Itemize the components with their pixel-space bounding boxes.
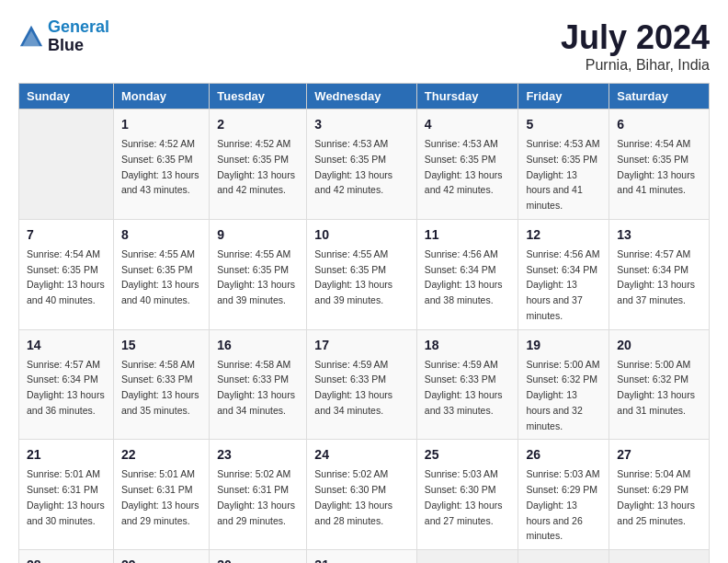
- day-info: Sunrise: 4:53 AMSunset: 6:35 PMDaylight:…: [526, 138, 599, 211]
- day-cell: 2Sunrise: 4:52 AMSunset: 6:35 PMDaylight…: [210, 109, 307, 220]
- day-number: 15: [121, 336, 201, 355]
- day-info: Sunrise: 4:54 AMSunset: 6:35 PMDaylight:…: [617, 138, 695, 195]
- week-row-2: 7Sunrise: 4:54 AMSunset: 6:35 PMDaylight…: [19, 219, 710, 329]
- title-block: July 2024 Purnia, Bihar, India: [561, 18, 710, 74]
- day-info: Sunrise: 4:55 AMSunset: 6:35 PMDaylight:…: [217, 248, 295, 305]
- day-cell: 29Sunrise: 5:05 AMSunset: 6:28 PMDayligh…: [113, 550, 209, 564]
- week-row-4: 21Sunrise: 5:01 AMSunset: 6:31 PMDayligh…: [19, 440, 710, 550]
- day-number: 28: [27, 556, 106, 563]
- day-cell: 8Sunrise: 4:55 AMSunset: 6:35 PMDaylight…: [113, 219, 209, 329]
- day-number: 2: [217, 115, 299, 134]
- day-cell: 6Sunrise: 4:54 AMSunset: 6:35 PMDaylight…: [609, 109, 710, 220]
- day-number: 19: [526, 336, 601, 355]
- day-cell: [518, 550, 609, 564]
- subtitle: Purnia, Bihar, India: [561, 57, 710, 74]
- header-saturday: Saturday: [609, 84, 710, 109]
- day-cell: [609, 550, 710, 564]
- week-row-5: 28Sunrise: 5:04 AMSunset: 6:28 PMDayligh…: [19, 550, 710, 564]
- day-number: 25: [425, 445, 511, 465]
- day-number: 16: [217, 336, 299, 355]
- day-cell: 22Sunrise: 5:01 AMSunset: 6:31 PMDayligh…: [113, 440, 209, 550]
- week-row-3: 14Sunrise: 4:57 AMSunset: 6:34 PMDayligh…: [19, 329, 710, 440]
- day-info: Sunrise: 5:00 AMSunset: 6:32 PMDaylight:…: [617, 359, 695, 416]
- day-number: 13: [617, 225, 701, 245]
- day-number: 27: [617, 445, 701, 465]
- day-number: 12: [526, 225, 601, 245]
- day-info: Sunrise: 5:03 AMSunset: 6:30 PMDaylight:…: [425, 468, 503, 525]
- day-cell: [416, 550, 518, 564]
- day-cell: 19Sunrise: 5:00 AMSunset: 6:32 PMDayligh…: [518, 329, 609, 440]
- calendar-header-row: SundayMondayTuesdayWednesdayThursdayFrid…: [19, 84, 710, 109]
- day-info: Sunrise: 5:03 AMSunset: 6:29 PMDaylight:…: [526, 468, 599, 541]
- day-cell: 24Sunrise: 5:02 AMSunset: 6:30 PMDayligh…: [307, 440, 417, 550]
- day-info: Sunrise: 4:53 AMSunset: 6:35 PMDaylight:…: [425, 138, 503, 195]
- day-info: Sunrise: 4:53 AMSunset: 6:35 PMDaylight:…: [314, 138, 392, 195]
- day-cell: 7Sunrise: 4:54 AMSunset: 6:35 PMDaylight…: [19, 219, 114, 329]
- day-number: 8: [121, 225, 201, 245]
- day-info: Sunrise: 4:55 AMSunset: 6:35 PMDaylight:…: [121, 248, 199, 305]
- logo: General Blue: [18, 18, 109, 55]
- week-row-1: 1Sunrise: 4:52 AMSunset: 6:35 PMDaylight…: [19, 109, 710, 220]
- day-cell: 9Sunrise: 4:55 AMSunset: 6:35 PMDaylight…: [210, 219, 307, 329]
- day-cell: 23Sunrise: 5:02 AMSunset: 6:31 PMDayligh…: [210, 440, 307, 550]
- day-info: Sunrise: 4:57 AMSunset: 6:34 PMDaylight:…: [27, 359, 105, 416]
- header-monday: Monday: [113, 84, 209, 109]
- day-cell: 18Sunrise: 4:59 AMSunset: 6:33 PMDayligh…: [416, 329, 518, 440]
- day-number: 1: [121, 115, 201, 134]
- day-cell: [19, 109, 114, 220]
- header-friday: Friday: [518, 84, 609, 109]
- day-number: 9: [217, 225, 299, 245]
- day-cell: 1Sunrise: 4:52 AMSunset: 6:35 PMDaylight…: [113, 109, 209, 220]
- day-number: 26: [526, 445, 601, 465]
- day-number: 4: [425, 115, 511, 134]
- day-cell: 27Sunrise: 5:04 AMSunset: 6:29 PMDayligh…: [609, 440, 710, 550]
- logo-icon: [18, 24, 44, 50]
- day-number: 14: [27, 336, 106, 355]
- day-cell: 25Sunrise: 5:03 AMSunset: 6:30 PMDayligh…: [416, 440, 518, 550]
- day-cell: 17Sunrise: 4:59 AMSunset: 6:33 PMDayligh…: [307, 329, 417, 440]
- day-info: Sunrise: 4:58 AMSunset: 6:33 PMDaylight:…: [217, 359, 295, 416]
- day-cell: 14Sunrise: 4:57 AMSunset: 6:34 PMDayligh…: [19, 329, 114, 440]
- day-number: 20: [617, 336, 701, 355]
- day-cell: 12Sunrise: 4:56 AMSunset: 6:34 PMDayligh…: [518, 219, 609, 329]
- day-number: 17: [314, 336, 409, 355]
- day-cell: 15Sunrise: 4:58 AMSunset: 6:33 PMDayligh…: [113, 329, 209, 440]
- day-cell: 21Sunrise: 5:01 AMSunset: 6:31 PMDayligh…: [19, 440, 114, 550]
- header-wednesday: Wednesday: [307, 84, 417, 109]
- day-number: 30: [217, 556, 299, 563]
- day-number: 11: [425, 225, 511, 245]
- day-number: 29: [121, 556, 201, 563]
- day-info: Sunrise: 4:55 AMSunset: 6:35 PMDaylight:…: [314, 248, 392, 305]
- day-cell: 3Sunrise: 4:53 AMSunset: 6:35 PMDaylight…: [307, 109, 417, 220]
- main-title: July 2024: [561, 18, 710, 57]
- day-info: Sunrise: 5:02 AMSunset: 6:30 PMDaylight:…: [314, 468, 392, 525]
- page-header: General Blue July 2024 Purnia, Bihar, In…: [18, 18, 710, 74]
- day-info: Sunrise: 4:52 AMSunset: 6:35 PMDaylight:…: [121, 138, 199, 195]
- day-number: 21: [27, 445, 106, 465]
- day-number: 5: [526, 115, 601, 134]
- calendar-table: SundayMondayTuesdayWednesdayThursdayFrid…: [18, 83, 710, 563]
- day-info: Sunrise: 4:59 AMSunset: 6:33 PMDaylight:…: [314, 359, 392, 416]
- day-info: Sunrise: 4:58 AMSunset: 6:33 PMDaylight:…: [121, 359, 199, 416]
- day-info: Sunrise: 5:01 AMSunset: 6:31 PMDaylight:…: [27, 468, 105, 525]
- day-info: Sunrise: 4:57 AMSunset: 6:34 PMDaylight:…: [617, 248, 695, 305]
- day-info: Sunrise: 5:01 AMSunset: 6:31 PMDaylight:…: [121, 468, 199, 525]
- day-cell: 16Sunrise: 4:58 AMSunset: 6:33 PMDayligh…: [210, 329, 307, 440]
- day-info: Sunrise: 4:59 AMSunset: 6:33 PMDaylight:…: [425, 359, 503, 416]
- day-number: 10: [314, 225, 409, 245]
- day-number: 3: [314, 115, 409, 134]
- day-cell: 30Sunrise: 5:05 AMSunset: 6:27 PMDayligh…: [210, 550, 307, 564]
- day-cell: 20Sunrise: 5:00 AMSunset: 6:32 PMDayligh…: [609, 329, 710, 440]
- day-number: 23: [217, 445, 299, 465]
- day-cell: 31Sunrise: 5:06 AMSunset: 6:26 PMDayligh…: [307, 550, 417, 564]
- day-number: 22: [121, 445, 201, 465]
- day-number: 7: [27, 225, 106, 245]
- day-cell: 13Sunrise: 4:57 AMSunset: 6:34 PMDayligh…: [609, 219, 710, 329]
- day-info: Sunrise: 4:56 AMSunset: 6:34 PMDaylight:…: [526, 248, 599, 321]
- day-cell: 4Sunrise: 4:53 AMSunset: 6:35 PMDaylight…: [416, 109, 518, 220]
- day-info: Sunrise: 4:52 AMSunset: 6:35 PMDaylight:…: [217, 138, 295, 195]
- header-sunday: Sunday: [19, 84, 114, 109]
- day-number: 24: [314, 445, 409, 465]
- day-cell: 10Sunrise: 4:55 AMSunset: 6:35 PMDayligh…: [307, 219, 417, 329]
- day-info: Sunrise: 5:02 AMSunset: 6:31 PMDaylight:…: [217, 468, 295, 525]
